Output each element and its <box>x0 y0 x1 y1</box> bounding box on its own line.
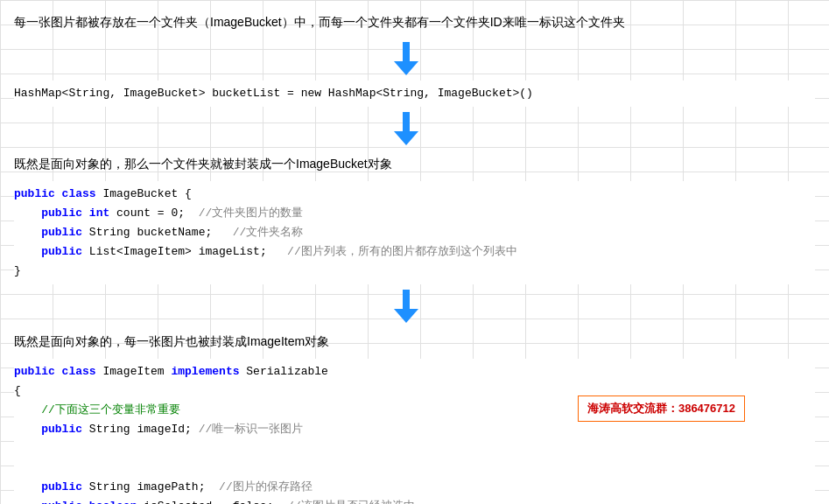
arrow-down-2 <box>394 112 418 145</box>
page-container: 每一张图片都被存放在一个文件夹（ImageBucket）中，而每一个文件夹都有一… <box>0 0 829 504</box>
arrow-head-3 <box>394 309 418 323</box>
imagebucket-code: public class ImageBucket { public int co… <box>14 181 815 284</box>
desc-text-1: 每一张图片都被存放在一个文件夹（ImageBucket）中，而每一个文件夹都有一… <box>14 7 815 37</box>
arrow-2 <box>0 108 815 149</box>
tooltip-box: 海涛高软交流群：386476712 <box>578 396 745 422</box>
section-2-code: public class ImageBucket { public int co… <box>14 181 815 284</box>
section-1-code: HashMap<String, ImageBucket> bucketList … <box>14 80 815 107</box>
arrow-down-3 <box>394 290 418 323</box>
desc-text-2: 既然是面向对象的，那么一个文件夹就被封装成一个ImageBucket对象 <box>14 149 815 178</box>
code-line-imageid: public String imageId; //唯一标识一张图片 海涛高软交流… <box>14 420 815 478</box>
arrow-3 <box>0 286 815 326</box>
code-line-close1: } <box>14 262 815 281</box>
code-line-imagepath: public String imagePath; //图片的保存路径 <box>14 478 815 497</box>
hashmap-code: HashMap<String, ImageBucket> bucketList … <box>14 80 815 107</box>
arrow-down-1 <box>394 42 418 75</box>
section-2-desc: 既然是面向对象的，那么一个文件夹就被封装成一个ImageBucket对象 <box>14 149 815 178</box>
arrow-1 <box>0 38 815 79</box>
code-line-bucketname: public String bucketName; //文件夹名称 <box>14 223 815 242</box>
code-line-count: public int count = 0; //文件夹图片的数量 <box>14 204 815 223</box>
section-1-desc: 每一张图片都被存放在一个文件夹（ImageBucket）中，而每一个文件夹都有一… <box>14 7 815 37</box>
arrow-shaft-1 <box>403 42 410 61</box>
code-line-imagelist: public List<ImageItem> imageList; //图片列表… <box>14 242 815 262</box>
code-line-hashmap: HashMap<String, ImageBucket> bucketList … <box>14 84 815 103</box>
code-line-isselected: public boolean isSelected = false; //该图片… <box>14 497 815 504</box>
arrow-shaft-3 <box>403 290 410 309</box>
arrow-shaft-2 <box>403 112 410 131</box>
arrow-head-1 <box>394 61 418 75</box>
desc-text-3: 既然是面向对象的，每一张图片也被封装成ImageItem对象 <box>14 326 815 356</box>
code-line-class1: public class ImageBucket { <box>14 185 815 204</box>
main-content: 每一张图片都被存放在一个文件夹（ImageBucket）中，而每一个文件夹都有一… <box>0 0 829 504</box>
section-3-code: public class ImageItem implements Serial… <box>14 359 815 504</box>
section-3-desc: 既然是面向对象的，每一张图片也被封装成ImageItem对象 <box>14 326 815 356</box>
code-line-class2: public class ImageItem implements Serial… <box>14 362 815 382</box>
arrow-head-2 <box>394 131 418 145</box>
imageitem-code: public class ImageItem implements Serial… <box>14 359 815 504</box>
